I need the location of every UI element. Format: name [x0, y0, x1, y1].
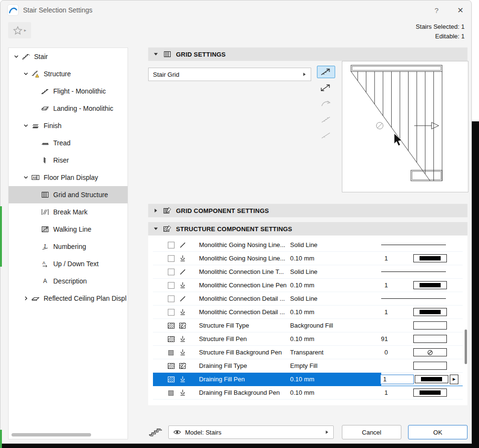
display-option-walking-line-up[interactable] — [317, 66, 335, 78]
tree-item-finish[interactable]: Finish — [9, 117, 128, 134]
display-option-curved-walking-line[interactable] — [317, 97, 335, 110]
row-label: Structure Fill Type — [199, 322, 290, 329]
tree-item-stair[interactable]: Stair — [9, 48, 128, 65]
expander-down-icon[interactable] — [12, 54, 20, 59]
pen-swatch-pen-black[interactable] — [413, 281, 447, 289]
cancel-button[interactable]: Cancel — [342, 425, 401, 439]
tree-item-floor-plan-display[interactable]: ABFloor Plan Display — [9, 169, 128, 186]
table-row-structure-fill-background-pen[interactable]: Structure Fill Background PenTransparent… — [153, 346, 463, 359]
model-view-dropdown[interactable]: Model: Stairs — [168, 425, 334, 439]
expand-triangle-icon[interactable] — [153, 208, 159, 213]
selection-info: Stairs Selected: 1 Editable: 1 — [416, 22, 465, 41]
table-row-monolithic-going-nosing-line[interactable]: Monolithic Going Nosing Line...Solid Lin… — [153, 238, 463, 252]
help-button[interactable]: ? — [434, 6, 438, 14]
pen-number-input[interactable]: 1 — [380, 375, 414, 384]
checkbox-icon[interactable] — [167, 268, 179, 276]
collapse-triangle-icon[interactable] — [153, 52, 159, 56]
table-vertical-scrollbar[interactable] — [465, 330, 467, 364]
pen-swatch-empty[interactable] — [413, 335, 447, 343]
row-value[interactable]: 0.10 mm — [290, 255, 367, 262]
tree-item-flight-monolithic[interactable]: Flight - Monolithic — [9, 83, 128, 100]
pen-swatch-transparent[interactable] — [413, 348, 447, 356]
table-row-monolithic-connection-detail[interactable]: Monolithic Connection Detail ...Solid Li… — [153, 292, 463, 306]
tree-item-landing-monolithic[interactable]: Landing - Monolithic — [9, 100, 128, 117]
row-value[interactable]: Transparent — [290, 349, 367, 356]
row-value[interactable]: Solid Line — [290, 295, 367, 302]
ok-button[interactable]: OK — [408, 425, 467, 439]
structure-component-settings-section-header[interactable]: STRUCTURE COMPONENT SETTINGS — [148, 222, 467, 236]
tree-item-riser[interactable]: Riser — [9, 152, 128, 169]
row-value[interactable]: 0.10 mm — [290, 335, 367, 342]
collapse-triangle-icon[interactable] — [153, 227, 159, 231]
tree-item-numbering[interactable]: 1Numbering — [9, 238, 128, 255]
expander-right-icon[interactable] — [22, 295, 29, 301]
pen-swatch-pen-black[interactable] — [413, 308, 447, 316]
no-entry-marker-icon — [376, 122, 383, 129]
table-row-monolithic-going-nosing-line[interactable]: Monolithic Going Nosing Line...0.10 mm1 — [153, 252, 463, 265]
line-type-preview[interactable] — [367, 271, 446, 272]
star-icon — [13, 26, 23, 35]
display-option-diagonal-plain[interactable] — [317, 129, 335, 141]
tree-item-grid-and-structure[interactable]: Grid and Structure — [9, 186, 128, 203]
tree-item-walking-line[interactable]: Walking Line — [9, 221, 128, 238]
pen-swatch-pen-black[interactable] — [413, 254, 447, 262]
table-row-structure-fill-type[interactable]: Structure Fill TypeBackground Fill — [153, 319, 463, 332]
tree-item-up-down-text[interactable]: AUp / Down Text — [9, 255, 128, 272]
display-option-walking-line-both[interactable] — [317, 82, 335, 94]
row-value[interactable]: Solid Line — [290, 241, 367, 248]
row-label: Monolithic Connection Detail ... — [199, 308, 290, 316]
grid-settings-section-title: GRID SETTINGS — [176, 51, 226, 58]
checkbox-icon[interactable] — [167, 308, 179, 316]
table-row-structure-fill-pen[interactable]: Structure Fill Pen0.10 mm91 — [153, 332, 463, 346]
table-row-monolithic-connection-line-pen[interactable]: Monolithic Connection Line Pen0.10 mm1 — [153, 279, 463, 292]
row-value[interactable]: 0.10 mm — [290, 376, 367, 383]
checkbox-icon[interactable] — [167, 282, 179, 289]
row-value[interactable]: 0.10 mm — [290, 308, 367, 316]
svg-text:1: 1 — [44, 243, 47, 249]
model-view-value: Model: Stairs — [185, 429, 222, 436]
table-row-draining-fill-type[interactable]: Draining Fill TypeEmpty Fill — [153, 359, 463, 373]
checkbox-icon[interactable] — [167, 295, 179, 303]
checkbox-icon[interactable] — [167, 255, 179, 262]
grid-component-settings-section-header[interactable]: GRID COMPONENT SETTINGS — [148, 204, 467, 217]
row-value[interactable]: Solid Line — [290, 268, 367, 275]
favorites-expand-arrow-icon[interactable]: ▸ — [24, 28, 26, 33]
dialog-title: Stair Selection Settings — [23, 6, 430, 14]
stair-grid-scheme-dropdown[interactable]: Stair Grid — [148, 68, 311, 81]
table-row-monolithic-connection-detail[interactable]: Monolithic Connection Detail ...0.10 mm1 — [153, 306, 463, 319]
pen-swatch-pen-black[interactable] — [413, 389, 447, 397]
row-value[interactable]: Background Fill — [290, 322, 367, 329]
table-row-draining-fill-background-pen[interactable]: Draining Fill Background Pen0.10 mm1 — [153, 386, 463, 400]
hatch-icon — [167, 376, 179, 383]
row-label: Structure Fill Pen — [199, 335, 290, 342]
grid-settings-section-header[interactable]: GRID SETTINGS — [148, 47, 467, 61]
expander-down-icon[interactable] — [22, 175, 29, 180]
favorites-button[interactable]: ▸ — [8, 22, 31, 38]
row-value[interactable]: Empty Fill — [290, 362, 367, 369]
table-row-draining-fill-pen[interactable]: Draining Fill Pen0.10 mm1▶ — [153, 373, 463, 386]
table-row-monolithic-connection-line-t[interactable]: Monolithic Connection Line T...Solid Lin… — [153, 265, 463, 279]
tree-item-structure[interactable]: Structure — [9, 65, 128, 83]
display-option-diagonal-with-ticks[interactable] — [317, 113, 335, 126]
line-type-preview[interactable] — [367, 298, 446, 299]
pen-picker-flyout-button[interactable]: ▶ — [450, 375, 458, 384]
tree-item-description[interactable]: ADescription — [9, 272, 128, 290]
row-value[interactable]: 0.10 mm — [290, 282, 367, 289]
tree-horizontal-scrollbar[interactable] — [12, 433, 91, 436]
pen-swatch-empty[interactable] — [413, 321, 447, 330]
tree-item-reflected-ceiling-plan-displ[interactable]: Reflected Ceiling Plan Displ — [9, 290, 128, 307]
landing-icon — [40, 105, 50, 112]
close-button[interactable]: ✕ — [457, 6, 464, 15]
checkbox-icon[interactable] — [167, 241, 179, 249]
tree-item-label: Tread — [53, 139, 70, 147]
row-value[interactable]: 0.10 mm — [290, 389, 367, 396]
line-type-preview[interactable] — [367, 245, 446, 245]
expander-down-icon[interactable] — [22, 123, 29, 129]
screenshot-root: Stair Selection Settings ? ✕ ▸ Stairs Se… — [0, 0, 479, 448]
expander-down-icon[interactable] — [22, 71, 29, 77]
tree-item-break-mark[interactable]: Break Mark — [9, 203, 128, 221]
pen-swatch-empty[interactable] — [413, 362, 447, 370]
pen-swatch-pen-black[interactable] — [415, 375, 448, 383]
line-icon — [179, 241, 190, 249]
tree-item-tread[interactable]: Tread — [9, 134, 128, 152]
